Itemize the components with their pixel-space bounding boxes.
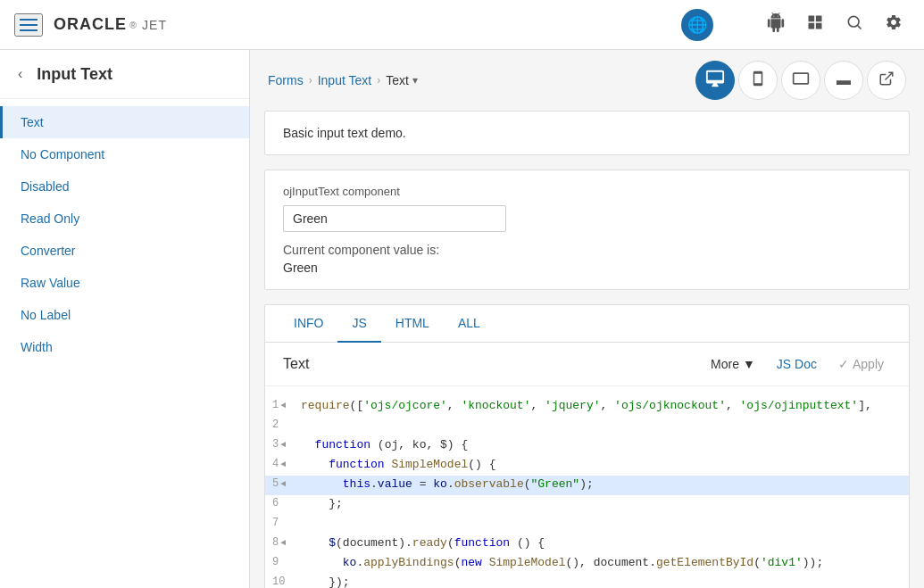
more-label: More (711, 357, 739, 371)
tablet-landscape-button[interactable]: ▬ (824, 61, 863, 100)
code-panel-title: Text (283, 356, 309, 372)
sidebar-nav: Text No Component Disabled Read Only Con… (0, 99, 249, 370)
line-number-9: 9 (272, 554, 301, 571)
component-input[interactable] (283, 205, 506, 232)
apply-label: Apply (853, 357, 884, 371)
breadcrumb-input-text[interactable]: Input Text (318, 73, 371, 87)
search-icon (845, 13, 863, 36)
breadcrumb: Forms › Input Text › Text ▾ (268, 73, 418, 87)
code-content-8: $(document).ready(function () { (301, 534, 545, 553)
settings-icon (885, 13, 903, 36)
header-icons: 🌐 (681, 9, 910, 41)
line-number-2: 2 (272, 417, 301, 434)
breadcrumb-current: Text ▾ (386, 73, 418, 87)
sidebar-item-no-label[interactable]: No Label (0, 299, 249, 331)
tab-info[interactable]: INFO (279, 305, 337, 343)
desktop-device-button[interactable] (695, 61, 735, 100)
hamburger-line (20, 19, 37, 21)
line-number-4: 4 ◄ (272, 456, 301, 473)
header: ORACLE ® JET 🌐 (0, 0, 924, 50)
external-link-button[interactable] (867, 61, 906, 100)
tablet-landscape-icon: ▬ (837, 72, 851, 88)
sidebar-title: Input Text (37, 65, 112, 84)
tab-js[interactable]: JS (337, 305, 380, 343)
device-icons: ▬ (695, 61, 906, 100)
code-line-9: 9 ko.applyBindings(new SimpleModel(), do… (265, 554, 909, 574)
globe-button[interactable]: 🌐 (681, 9, 713, 41)
code-editor: 1 ◄ require(['ojs/ojcore', 'knockout', '… (265, 386, 909, 588)
code-content-4: function SimpleModel() { (301, 456, 496, 475)
code-line-8: 8 ◄ $(document).ready(function () { (265, 534, 909, 554)
search-button[interactable] (838, 9, 870, 41)
code-content-10: }); (301, 574, 350, 588)
hamburger-line (20, 24, 37, 26)
tab-all[interactable]: ALL (444, 305, 495, 343)
code-content-6: }; (301, 495, 343, 514)
more-button[interactable]: More ▼ (703, 353, 762, 375)
line-number-8: 8 ◄ (272, 534, 301, 551)
apply-check-icon: ✓ (838, 357, 849, 371)
sidebar-header: ‹ Input Text (0, 50, 249, 99)
demo-description: Basic input text demo. (283, 126, 891, 140)
jsdoc-link[interactable]: JS Doc (770, 353, 824, 375)
settings-button[interactable] (878, 9, 910, 41)
tabs-container: INFO JS HTML ALL Text More ▼ JS Doc ✓ Ap… (264, 304, 910, 588)
sidebar-item-raw-value[interactable]: Raw Value (0, 267, 249, 299)
svg-line-1 (858, 26, 862, 29)
apply-button[interactable]: ✓ Apply (831, 353, 891, 375)
code-content-1: require(['ojs/ojcore', 'knockout', 'jque… (301, 397, 872, 416)
breadcrumb-forms[interactable]: Forms (268, 73, 304, 87)
logo-registered: ® (129, 20, 137, 30)
tablet-portrait-button[interactable] (781, 61, 820, 100)
globe-icon: 🌐 (687, 15, 707, 35)
external-link-icon (878, 70, 895, 91)
phone-device-button[interactable] (738, 61, 778, 100)
sidebar-item-disabled[interactable]: Disabled (0, 170, 249, 203)
line-number-3: 3 ◄ (272, 436, 301, 453)
code-content-5: this.value = ko.observable("Green"); (301, 476, 594, 494)
header-left: ORACLE ® JET (14, 13, 167, 37)
component-card: ojInputText component Current component … (264, 170, 910, 290)
component-label: ojInputText component (283, 185, 891, 198)
code-line-6: 6 }; (265, 495, 909, 515)
line-number-7: 7 (272, 515, 301, 532)
current-value-label: Current component value is: (283, 243, 891, 257)
breadcrumb-sep-2: › (377, 74, 380, 87)
demo-card: Basic input text demo. (264, 111, 910, 155)
sidebar-back-button[interactable]: ‹ (14, 64, 26, 84)
code-line-3: 3 ◄ function (oj, ko, $) { (265, 436, 909, 456)
apple-button[interactable] (720, 9, 753, 41)
code-line-7: 7 (265, 515, 909, 534)
hamburger-line (20, 29, 37, 31)
windows-icon (806, 13, 824, 36)
svg-point-0 (848, 16, 859, 27)
jet-text: JET (142, 18, 167, 32)
tab-html[interactable]: HTML (381, 305, 444, 343)
breadcrumb-sep-1: › (309, 74, 312, 87)
sidebar-item-text[interactable]: Text (0, 106, 249, 138)
code-content-3: function (oj, ko, $) { (301, 436, 468, 455)
breadcrumb-current-text: Text (386, 73, 409, 87)
code-line-10: 10 }); (265, 574, 909, 588)
more-dropdown-icon: ▼ (743, 357, 755, 371)
sidebar-item-width[interactable]: Width (0, 331, 249, 363)
app-body: ‹ Input Text Text No Component Disabled … (0, 50, 924, 588)
sidebar-item-no-component[interactable]: No Component (0, 138, 249, 170)
sidebar-item-read-only[interactable]: Read Only (0, 203, 249, 235)
code-line-5: 5 ◄ this.value = ko.observable("Green"); (265, 476, 909, 495)
current-value: Green (283, 261, 891, 275)
android-button[interactable] (760, 9, 792, 41)
code-line-2: 2 (265, 417, 909, 436)
line-number-1: 1 ◄ (272, 397, 301, 414)
sidebar-item-converter[interactable]: Converter (0, 235, 249, 267)
tablet-portrait-icon (792, 69, 810, 93)
windows-button[interactable] (799, 9, 831, 41)
code-content-9: ko.applyBindings(new SimpleModel(), docu… (301, 554, 823, 573)
main-content: Forms › Input Text › Text ▾ (250, 50, 924, 588)
breadcrumb-dropdown-icon[interactable]: ▾ (412, 74, 418, 87)
desktop-icon (705, 69, 725, 93)
phone-icon (750, 69, 766, 93)
line-number-5: 5 ◄ (272, 476, 301, 493)
code-panel-actions: More ▼ JS Doc ✓ Apply (703, 353, 891, 375)
menu-button[interactable] (14, 13, 43, 37)
